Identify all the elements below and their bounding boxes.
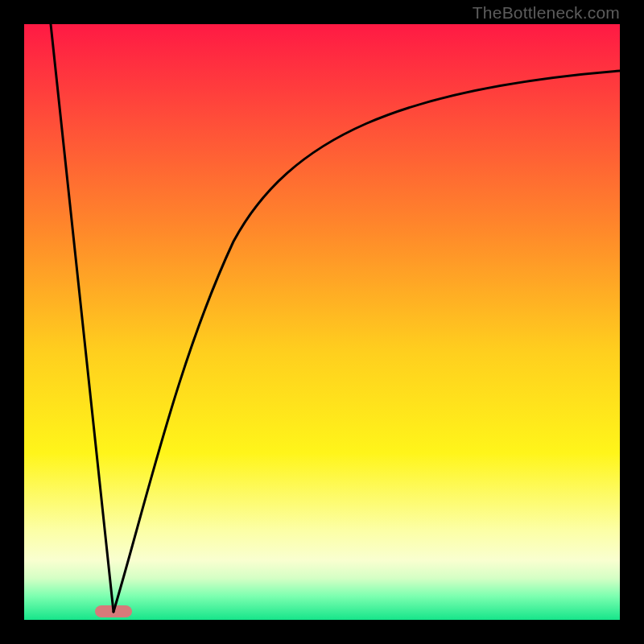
chart-frame: TheBottleneck.com <box>0 0 644 644</box>
watermark-text: TheBottleneck.com <box>473 3 620 23</box>
chart-plot-area <box>24 24 620 620</box>
gradient-background <box>24 24 620 620</box>
